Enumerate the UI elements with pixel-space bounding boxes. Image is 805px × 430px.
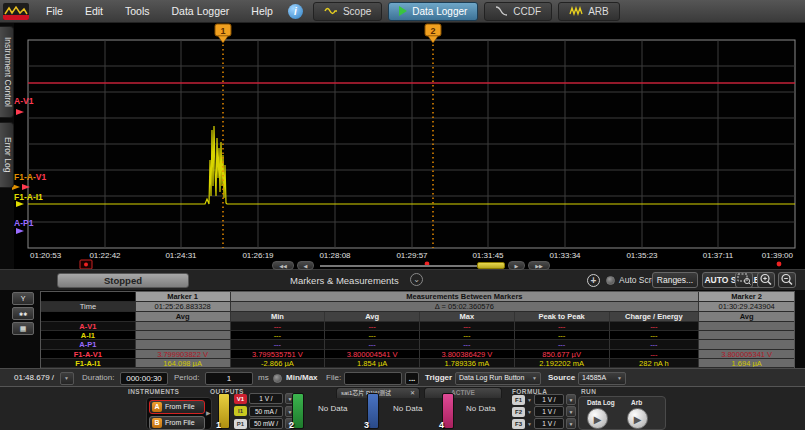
menu-help[interactable]: Help (240, 5, 284, 17)
chart-toolbar: Stopped Markers & Measurements ⌄ + Auto … (0, 269, 805, 290)
menu-tools[interactable]: Tools (114, 5, 161, 17)
minmax-checkbox[interactable] (273, 374, 282, 383)
menu-edit[interactable]: Edit (74, 5, 114, 17)
trace-label-a-v1[interactable]: A-V1 (14, 96, 34, 106)
browse-file-button[interactable]: ... (405, 372, 419, 385)
marker-y-tool-icon[interactable]: Y (12, 292, 34, 305)
source-select[interactable]: 14585A▼ (578, 372, 626, 385)
f3-scale-dropdown-icon[interactable]: ▼ (566, 418, 576, 429)
p1-badge: P1 (234, 419, 247, 429)
col-peak-to-peak: Peak to Peak (515, 312, 610, 322)
period-input[interactable]: 1 (205, 372, 253, 385)
menu-data-logger[interactable]: Data Logger (161, 5, 241, 17)
marker-pair-tool-icon[interactable]: ✱✱ (12, 307, 34, 320)
marker1-header[interactable]: Marker 1 (136, 292, 231, 302)
elapsed-time-readout: 01:48.679 / (14, 373, 54, 382)
p1-scale-select[interactable]: 50 mW / (249, 418, 283, 429)
file-input[interactable] (344, 372, 402, 385)
info-icon[interactable]: i (288, 4, 303, 19)
run-arb-play-button[interactable]: ▶ (627, 408, 648, 429)
sidebar-tab-error-log[interactable]: Error Log (0, 122, 14, 188)
add-marker-icon[interactable]: + (587, 274, 600, 287)
channel2-no-data-label: No Data (318, 404, 347, 413)
tab-arb[interactable]: ARB (558, 2, 620, 21)
v1-scale-select[interactable]: 1 V / (249, 393, 283, 404)
channel4-no-data-label: No Data (466, 404, 495, 413)
tab-data-logger[interactable]: Data Logger (388, 2, 478, 21)
marker1-sub-header: Avg (136, 312, 231, 322)
collapse-panel-icon[interactable]: ⌄ (410, 273, 423, 286)
f2-scale-select[interactable]: 1 V / (534, 406, 564, 417)
channel2-number: 2 (289, 420, 294, 430)
stopped-status-button[interactable]: Stopped (57, 273, 189, 288)
col-avg: Avg (325, 312, 420, 322)
trace-label-f1-a-i1[interactable]: F1-A-I1 (14, 192, 43, 202)
tab-scope[interactable]: Scope (313, 2, 382, 21)
f1-scale-dropdown-icon[interactable]: ▼ (566, 394, 576, 405)
instruments-expand-icon[interactable]: ▶ (206, 409, 211, 416)
trace-label-f1-a-v1[interactable]: F1-A-V1 (14, 172, 46, 182)
table-row-a-p1[interactable]: A-P1 --- --- --- --- --- (41, 340, 794, 349)
f1-scale-select[interactable]: 1 V / (534, 394, 564, 405)
table-row-a-v1[interactable]: A-V1 --- --- --- --- --- (41, 322, 794, 331)
ccdf-curve-icon (495, 6, 508, 16)
run-datalog-play-button[interactable]: ▶ (587, 408, 608, 429)
duration-label: Duration: (82, 373, 114, 382)
tab-ccdf[interactable]: CCDF (484, 2, 552, 21)
auto-scale-button[interactable]: AUTO SCALE (702, 272, 762, 288)
f3-expand-icon[interactable]: ▼ (527, 421, 532, 427)
zoom-in-button[interactable] (757, 272, 775, 288)
table-row-f1-a-i1[interactable]: F1-A-I1 164.098 µA -2.866 µA 1.854 µA 1.… (41, 359, 794, 368)
table-row-f1-a-v1[interactable]: F1-A-V1 3.799903822 V 3.799535751 V 3.80… (41, 350, 794, 359)
col-max: Max (420, 312, 515, 322)
svg-text:01:26:19: 01:26:19 (242, 251, 274, 260)
scrollbar-thumb[interactable] (477, 262, 505, 269)
svg-text:1: 1 (220, 26, 225, 36)
instrument-b-from-file-button[interactable]: B From File (149, 416, 205, 430)
f1-expand-icon[interactable]: ▼ (527, 397, 532, 403)
f3-badge: F3 (512, 419, 525, 429)
scroll-forward-button[interactable]: ▶▶ (528, 261, 550, 270)
i1-scale-select[interactable]: 50 mA / (249, 406, 283, 417)
time-column-label: Time (41, 302, 136, 312)
formula-f2-row: F2 ▼ 1 V / ▼ (512, 406, 576, 417)
col-min: Min (231, 312, 326, 322)
period-unit: ms (258, 373, 269, 382)
datalog-settings-bar: 01:48.679 / ▼ Duration: 000:00:30 Period… (0, 368, 805, 386)
table-row-a-i1[interactable]: A-I1 --- --- --- --- --- (41, 331, 794, 340)
menu-file[interactable]: File (35, 5, 74, 17)
scrollbar-track[interactable] (320, 265, 478, 267)
sine-wave-icon (324, 6, 338, 16)
trigger-select[interactable]: Data Log Run Button▼ (455, 372, 541, 385)
scroll-next-button[interactable]: ▶ (508, 261, 525, 270)
scroll-rewind-button[interactable]: ◀◀ (272, 261, 294, 270)
marker2-header[interactable]: Marker 2 (699, 292, 794, 302)
app-window: File Edit Tools Data Logger Help i Scope… (0, 0, 805, 430)
active-tab[interactable]: ACTIVE (424, 387, 502, 398)
f2-scale-dropdown-icon[interactable]: ▼ (566, 406, 576, 417)
instrument-a-from-file-button[interactable]: A From File (149, 400, 205, 414)
between-markers-header: Measurements Between Markers (231, 292, 700, 302)
close-tab-icon[interactable]: ✕ (410, 388, 415, 398)
sidebar-tab-instrument-control[interactable]: Instrument Control (0, 26, 14, 118)
arb-wave-icon (569, 6, 583, 16)
channel3-number: 3 (364, 420, 369, 430)
measurements-table: Marker 1 Measurements Between Markers Ma… (40, 291, 795, 369)
ranges-button[interactable]: Ranges... (652, 272, 698, 288)
grid-view-tool-icon[interactable]: ▦ (12, 322, 34, 335)
zoom-out-icon (780, 273, 794, 286)
auto-scroll-checkbox[interactable] (606, 276, 615, 285)
app-logo-icon (3, 3, 29, 20)
duration-value[interactable]: 000:00:30 (120, 372, 168, 385)
f2-expand-icon[interactable]: ▼ (527, 409, 532, 415)
f3-scale-select[interactable]: 1 V / (534, 418, 564, 429)
region-zoom-button[interactable] (735, 272, 753, 288)
svg-text:01:39:00: 01:39:00 (762, 251, 794, 260)
elapsed-dropdown[interactable]: ▼ (60, 372, 74, 385)
zoom-out-button[interactable] (778, 272, 796, 288)
trace-label-a-p1[interactable]: A-P1 (14, 218, 34, 228)
datalog-chart[interactable]: 1 2 A-V1 F1-A-V1 F1-A-I1 A-P1 01:20:53 0… (0, 22, 805, 269)
svg-text:01:35:23: 01:35:23 (626, 251, 658, 260)
channel4-number: 4 (439, 420, 444, 430)
scroll-prev-button[interactable]: ◀ (297, 261, 314, 270)
